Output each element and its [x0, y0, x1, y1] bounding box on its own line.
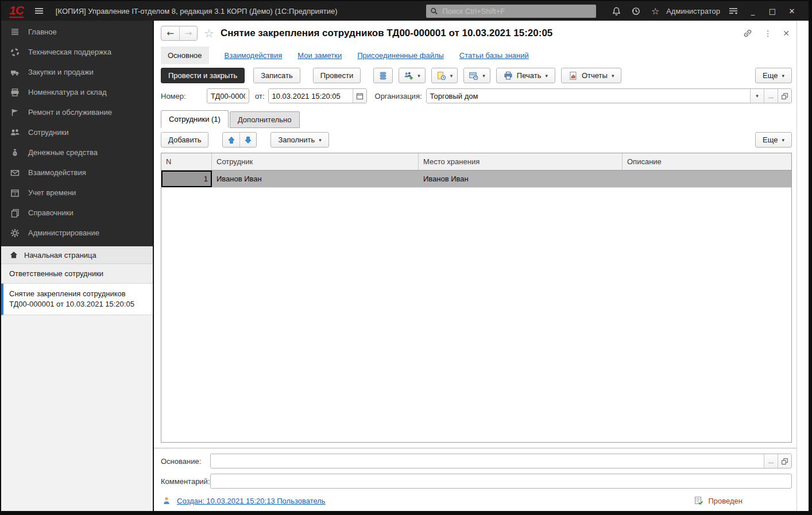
favorites-button[interactable]: ☆ [645, 6, 665, 17]
global-search[interactable] [426, 5, 596, 18]
open-tab-current-document[interactable]: Снятие закрепления сотрудников ТД00-0000… [1, 284, 153, 315]
truck-icon [10, 67, 20, 78]
dropdown-caret-icon: ▾ [482, 73, 485, 79]
dropdown-caret-icon: ▾ [545, 73, 548, 79]
sidebar-item-administration[interactable]: Администрирование [1, 223, 153, 243]
fill-document-button[interactable]: ▾ [431, 68, 458, 83]
organization-dropdown-button[interactable]: ▾ [750, 89, 764, 103]
money-bag-icon: s [10, 148, 20, 158]
column-header-storage[interactable]: Место хранения [419, 153, 622, 170]
home-page-tab[interactable]: Начальная страница [1, 246, 153, 264]
open-in-form-icon [781, 458, 788, 465]
number-input[interactable] [207, 88, 249, 103]
open-tab-responsible-employees[interactable]: Ответственные сотрудники [1, 264, 153, 284]
sidebar-item-employees[interactable]: Сотрудники [1, 122, 153, 142]
column-header-n[interactable]: N [161, 153, 212, 170]
table-more-button[interactable]: Еще ▾ [755, 132, 792, 148]
lines-icon [10, 27, 20, 37]
register-records-button[interactable] [373, 68, 393, 83]
calendar-picker-button[interactable] [353, 89, 366, 103]
organization-choose-button[interactable]: ... [764, 89, 778, 103]
hamburger-icon [34, 6, 44, 16]
sidebar-item-label: Ремонт и обслуживание [28, 108, 112, 117]
sidebar-item-repair[interactable]: Ремонт и обслуживание [1, 102, 153, 122]
add-row-button[interactable]: Добавить [161, 132, 208, 148]
basis-input[interactable] [211, 454, 764, 468]
tab-additional[interactable]: Дополнительно [230, 111, 300, 128]
close-form-button[interactable]: ✕ [783, 29, 790, 38]
minimize-button[interactable]: _ [743, 7, 763, 16]
fill-button[interactable]: Заполнить ▾ [270, 132, 328, 148]
command-bar: Провести и закрыть Записать Провести [154, 65, 796, 87]
organization-open-button[interactable] [778, 89, 791, 103]
reports-button[interactable]: Отчеты ▾ [561, 68, 621, 83]
history-button[interactable] [626, 6, 645, 16]
maximize-button[interactable]: □ [763, 7, 782, 16]
move-up-button[interactable] [223, 133, 239, 147]
sidebar-item-label: Сотрудники [28, 128, 68, 137]
service-menu-icon [728, 6, 738, 16]
move-down-button[interactable] [239, 133, 256, 147]
register-icon [378, 71, 388, 80]
add-people-icon [404, 71, 413, 80]
storage-history-button[interactable]: ▾ [463, 68, 490, 83]
save-button[interactable]: Записать [253, 68, 300, 83]
sidebar-item-label: Справочники [28, 208, 74, 217]
form-scroll-area[interactable] [796, 21, 809, 511]
form-tabs: Сотрудники (1) Дополнительно [154, 107, 796, 128]
sidebar-item-interactions[interactable]: Взаимодействия [1, 162, 153, 183]
favorite-star-button[interactable]: ☆ [204, 26, 214, 40]
print-button[interactable]: Печать ▾ [496, 68, 555, 83]
assign-employees-button[interactable]: ▾ [399, 68, 426, 83]
created-history-link[interactable]: Создан: 10.03.2021 15:20:13 Пользователь [177, 497, 326, 505]
tab-employees[interactable]: Сотрудники (1) [161, 110, 229, 128]
sections-panel: Главное Техническая поддержка Закупки и … [1, 21, 153, 246]
employee-cell[interactable]: Иванов Иван [212, 171, 419, 187]
row-number-cell[interactable]: 1 [161, 171, 212, 187]
date-input[interactable] [269, 89, 353, 103]
main-menu-button[interactable] [34, 6, 44, 16]
sidebar-item-label: Денежные средства [28, 148, 98, 157]
sidebar-item-main[interactable]: Главное [1, 22, 153, 42]
nav-interactions[interactable]: Взаимодействия [225, 51, 283, 60]
flag-icon [10, 107, 20, 118]
more-label: Еще [763, 71, 778, 80]
basis-choose-button[interactable]: ... [764, 454, 778, 468]
table-row[interactable]: 1 Иванов Иван Иванов Иван [161, 171, 791, 188]
notifications-button[interactable] [606, 6, 626, 16]
more-actions-icon[interactable]: ⋮ [764, 29, 772, 38]
service-menu-button[interactable] [724, 6, 743, 16]
sidebar-item-time[interactable]: 7 Учет времени [1, 183, 153, 203]
link-icon[interactable] [743, 28, 753, 38]
nav-attached-files[interactable]: Присоединенные файлы [357, 51, 444, 60]
back-button[interactable]: ← [161, 26, 179, 40]
organization-input[interactable] [427, 89, 750, 103]
column-header-description[interactable]: Описание [622, 153, 791, 170]
column-header-employee[interactable]: Сотрудник [212, 153, 419, 170]
current-user[interactable]: Администратор [666, 7, 720, 16]
comment-input[interactable] [210, 474, 792, 489]
search-input[interactable] [441, 6, 592, 16]
basis-open-button[interactable] [778, 454, 791, 468]
forward-button[interactable]: → [179, 26, 197, 40]
sidebar-item-nomenclature[interactable]: Номенклатура и склад [1, 82, 153, 102]
comment-row: Комментарий: [154, 468, 796, 489]
sidebar-item-support[interactable]: Техническая поддержка [1, 42, 153, 62]
storage-cell[interactable]: Иванов Иван [419, 171, 622, 187]
post-button[interactable]: Провести [313, 68, 361, 83]
employees-table: N Сотрудник Место хранения Описание 1 Ив… [161, 153, 792, 443]
user-icon [162, 496, 171, 505]
description-cell[interactable] [622, 171, 791, 187]
nav-kb-articles[interactable]: Статьи базы знаний [459, 51, 529, 60]
post-and-close-button[interactable]: Провести и закрыть [161, 68, 245, 83]
sidebar-item-purchases[interactable]: Закупки и продажи [1, 62, 153, 82]
sidebar-item-references[interactable]: Справочники [1, 203, 153, 223]
nav-my-notes[interactable]: Мои заметки [297, 51, 342, 60]
nav-main[interactable]: Основное [161, 47, 209, 64]
printer-icon [10, 87, 20, 98]
close-window-button[interactable]: ✕ [782, 7, 802, 16]
posted-document-icon [694, 496, 703, 505]
form-header: ← → ☆ Снятие закрепления сотрудников ТД0… [154, 21, 796, 46]
sidebar-item-money[interactable]: s Денежные средства [1, 142, 153, 162]
more-button[interactable]: Еще ▾ [755, 68, 792, 83]
